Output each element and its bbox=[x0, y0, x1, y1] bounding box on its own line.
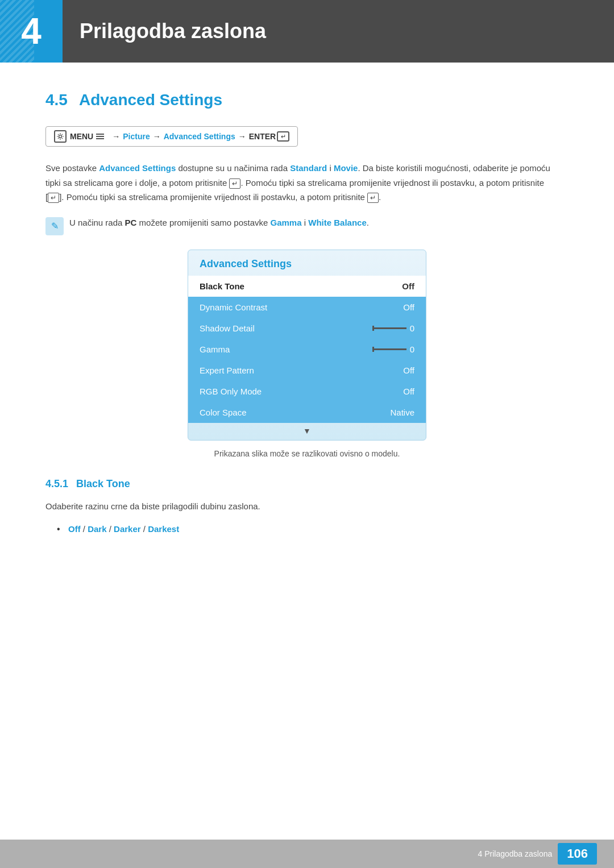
note-text: U načinu rada PC možete promijeniti samo… bbox=[69, 216, 369, 230]
nav-enter: ENTER bbox=[249, 132, 276, 141]
menu-item-value-dynamic-contrast: Off bbox=[403, 302, 414, 312]
footer-page-number: 106 bbox=[558, 843, 597, 865]
nav-advanced-settings: Advanced Settings bbox=[164, 132, 235, 141]
gamma-slider: 0 bbox=[372, 344, 414, 354]
menu-item-value-expert-pattern: Off bbox=[403, 366, 414, 375]
menu-item-label-black-tone: Black Tone bbox=[200, 281, 244, 291]
subsection-body: Odaberite razinu crne da biste prilagodi… bbox=[45, 499, 569, 514]
section-title: Advanced Settings bbox=[79, 91, 222, 109]
nav-arrow-1: → bbox=[112, 132, 120, 141]
note-icon bbox=[45, 217, 64, 235]
footer: 4 Prilagodba zaslona 106 bbox=[0, 840, 614, 868]
menu-item-value-shadow-detail: 0 bbox=[410, 323, 414, 333]
list-item-options: Off / Dark / Darker / Darkest bbox=[57, 521, 569, 537]
slider-line-gamma bbox=[372, 348, 406, 350]
main-content: 4.5 Advanced Settings MENU → Picture → A… bbox=[0, 63, 614, 593]
menu-item-value-gamma: 0 bbox=[410, 344, 414, 354]
enter-icon: ↵ bbox=[277, 131, 289, 142]
chapter-header: 4 Prilagodba zaslona bbox=[0, 0, 614, 63]
note-box: U načinu rada PC možete promijeniti samo… bbox=[45, 216, 569, 235]
bullet-list: Off / Dark / Darker / Darkest bbox=[45, 521, 569, 537]
subsection-number: 4.5.1 bbox=[45, 478, 68, 490]
menu-item-value-rgb-only-mode: Off bbox=[403, 387, 414, 396]
nav-arrow-2: → bbox=[153, 132, 161, 141]
menu-item-black-tone[interactable]: Black Tone Off bbox=[188, 276, 426, 297]
menu-item-value-black-tone: Off bbox=[402, 281, 414, 291]
menu-title-text: Advanced Settings bbox=[200, 258, 292, 269]
svg-point-0 bbox=[59, 135, 62, 138]
subsection-title: Black Tone bbox=[76, 478, 130, 490]
section-heading: 4.5 Advanced Settings bbox=[45, 91, 569, 109]
menu-grid-icon bbox=[93, 131, 107, 142]
menu-item-label-gamma: Gamma bbox=[200, 344, 230, 354]
slider-line-shadow bbox=[372, 327, 406, 329]
menu-item-dynamic-contrast[interactable]: Dynamic Contrast Off bbox=[188, 297, 426, 318]
menu-item-label-expert-pattern: Expert Pattern bbox=[200, 366, 254, 375]
caption: Prikazana slika može se razlikovati ovis… bbox=[45, 449, 569, 458]
nav-menu-text: MENU bbox=[70, 132, 93, 141]
menu-item-color-space[interactable]: Color Space Native bbox=[188, 402, 426, 423]
menu-item-label-dynamic-contrast: Dynamic Contrast bbox=[200, 302, 267, 312]
nav-path: MENU → Picture → Advanced Settings → ENT… bbox=[45, 126, 298, 147]
footer-text: 4 Prilagodba zaslona bbox=[478, 849, 553, 858]
shadow-detail-slider: 0 bbox=[372, 323, 414, 333]
chapter-number: 4 bbox=[0, 0, 63, 63]
section-number: 4.5 bbox=[45, 91, 68, 109]
body-paragraph-1: Sve postavke Advanced Settings dostupne … bbox=[45, 161, 557, 205]
subsection-heading: 4.5.1 Black Tone bbox=[45, 478, 569, 490]
menu-item-label-rgb-only-mode: RGB Only Mode bbox=[200, 387, 262, 396]
menu-screenshot: Advanced Settings Black Tone Off Dynamic… bbox=[188, 250, 426, 441]
settings-icon bbox=[54, 130, 67, 143]
chapter-title: Prilagodba zaslona bbox=[63, 19, 266, 43]
menu-title-bar: Advanced Settings bbox=[188, 250, 426, 276]
menu-item-shadow-detail[interactable]: Shadow Detail 0 bbox=[188, 318, 426, 339]
menu-item-rgb-only-mode[interactable]: RGB Only Mode Off bbox=[188, 381, 426, 402]
menu-scroll-arrow: ▼ bbox=[188, 423, 426, 440]
menu-item-label-shadow-detail: Shadow Detail bbox=[200, 323, 255, 333]
menu-item-gamma[interactable]: Gamma 0 bbox=[188, 339, 426, 360]
menu-item-expert-pattern[interactable]: Expert Pattern Off bbox=[188, 360, 426, 381]
menu-item-label-color-space: Color Space bbox=[200, 408, 247, 417]
nav-picture: Picture bbox=[123, 132, 150, 141]
nav-arrow-3: → bbox=[238, 132, 246, 141]
menu-item-value-color-space: Native bbox=[390, 408, 414, 417]
